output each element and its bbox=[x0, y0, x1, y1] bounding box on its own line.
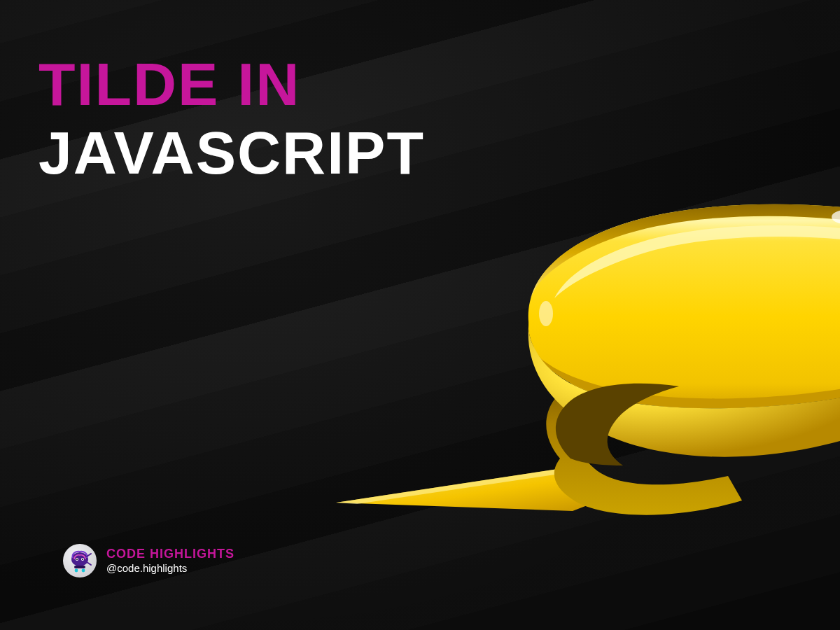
brand-block: CODE HIGHLIGHTS @code.highlights bbox=[63, 544, 234, 578]
title-line-1: TILDE IN bbox=[38, 52, 425, 115]
title-line-2: JAVASCRIPT bbox=[38, 120, 425, 186]
brand-avatar bbox=[63, 544, 97, 578]
ribbon-graphic bbox=[294, 182, 840, 574]
svg-point-6 bbox=[82, 559, 83, 560]
hero-title: TILDE IN JAVASCRIPT bbox=[38, 52, 425, 186]
brand-name: CODE HIGHLIGHTS bbox=[106, 547, 234, 562]
svg-point-9 bbox=[82, 569, 85, 573]
brand-text: CODE HIGHLIGHTS @code.highlights bbox=[106, 547, 234, 575]
brand-handle: @code.highlights bbox=[106, 562, 234, 575]
svg-point-8 bbox=[75, 569, 78, 573]
svg-rect-7 bbox=[74, 566, 85, 568]
svg-point-5 bbox=[76, 559, 78, 560]
avatar-icon bbox=[66, 547, 94, 575]
svg-point-1 bbox=[539, 301, 553, 326]
